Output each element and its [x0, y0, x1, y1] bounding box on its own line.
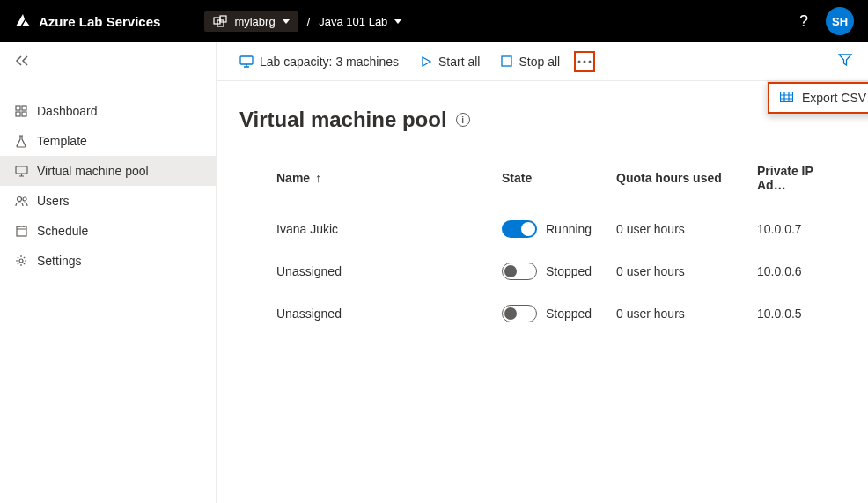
- filter-icon: [838, 53, 852, 67]
- lab-capacity-button[interactable]: Lab capacity: 3 machines: [232, 51, 406, 72]
- svg-rect-6: [22, 112, 26, 116]
- svg-rect-12: [240, 56, 253, 64]
- svg-rect-10: [17, 226, 26, 236]
- avatar-initials: SH: [832, 15, 848, 28]
- brand-logo[interactable]: Azure Lab Services: [14, 12, 160, 30]
- table-row: UnassignedStopped0 user hours10.0.0.6: [239, 250, 845, 292]
- breadcrumb-separator: /: [307, 15, 311, 28]
- content-area: Virtual machine pool i Name ↑ State Quot…: [217, 81, 868, 361]
- resource-group-icon: [213, 15, 227, 27]
- azure-icon: [14, 12, 32, 30]
- stop-all-label: Stop all: [519, 55, 560, 69]
- flask-icon: [14, 135, 28, 148]
- cell-state: Stopped: [495, 292, 609, 335]
- users-icon: [14, 196, 28, 207]
- sidebar-item-label: Template: [37, 134, 87, 148]
- sort-asc-icon: ↑: [315, 171, 321, 185]
- resource-group-name: mylabrg: [234, 15, 275, 28]
- cell-name: Unassigned: [239, 250, 495, 292]
- avatar[interactable]: SH: [826, 7, 854, 35]
- sidebar-item-label: Users: [37, 194, 70, 208]
- stop-icon: [501, 55, 512, 67]
- gear-icon: [14, 255, 28, 267]
- ellipsis-icon: [577, 60, 592, 63]
- more-actions-button[interactable]: [574, 51, 595, 72]
- svg-rect-5: [16, 112, 20, 116]
- resource-group-selector[interactable]: mylabrg: [204, 11, 298, 32]
- nav-list: DashboardTemplateVirtual machine poolUse…: [0, 96, 216, 276]
- stop-all-button[interactable]: Stop all: [494, 51, 567, 72]
- vm-table: Name ↑ State Quota hours used Private IP…: [239, 155, 845, 335]
- info-icon[interactable]: i: [456, 113, 470, 127]
- help-button[interactable]: ?: [799, 12, 808, 31]
- cell-quota: 0 user hours: [609, 250, 750, 292]
- table-icon: [780, 91, 793, 105]
- sidebar-item-label: Dashboard: [37, 104, 98, 118]
- cell-ip: 10.0.0.5: [750, 292, 845, 335]
- svg-point-14: [578, 60, 581, 63]
- sidebar-item-label: Settings: [37, 254, 82, 268]
- col-ip[interactable]: Private IP Ad…: [750, 155, 845, 208]
- sidebar-item-virtual-machine-pool[interactable]: Virtual machine pool: [0, 156, 216, 186]
- cell-quota: 0 user hours: [609, 208, 750, 250]
- vm-toggle[interactable]: [502, 263, 537, 280]
- chevron-down-icon: [283, 19, 290, 24]
- play-icon: [420, 55, 432, 68]
- start-all-button[interactable]: Start all: [413, 51, 487, 72]
- col-state[interactable]: State: [495, 155, 609, 208]
- lab-selector[interactable]: Java 101 Lab: [319, 15, 401, 28]
- export-csv-item[interactable]: Export CSV: [768, 82, 868, 114]
- col-quota-label: Quota hours used: [616, 171, 722, 185]
- sidebar: DashboardTemplateVirtual machine poolUse…: [0, 42, 217, 503]
- page-title-text: Virtual machine pool: [239, 107, 447, 132]
- top-bar: Azure Lab Services mylabrg / Java 101 La…: [0, 0, 868, 42]
- vm-toggle[interactable]: [502, 220, 537, 238]
- sidebar-item-label: Schedule: [37, 224, 88, 238]
- screen-icon: [14, 166, 28, 177]
- svg-point-16: [589, 60, 592, 63]
- export-csv-label: Export CSV: [802, 91, 866, 105]
- svg-rect-7: [16, 166, 27, 174]
- col-name[interactable]: Name ↑: [239, 155, 495, 208]
- lab-capacity-label: Lab capacity: 3 machines: [260, 55, 399, 69]
- sidebar-collapse-button[interactable]: [0, 48, 216, 82]
- table-row: Ivana JukicRunning0 user hours10.0.0.7: [239, 208, 845, 250]
- page-title: Virtual machine pool i: [239, 107, 845, 132]
- svg-rect-3: [16, 106, 20, 110]
- col-state-label: State: [502, 171, 532, 185]
- cell-name: Ivana Jukic: [239, 208, 495, 250]
- svg-point-8: [17, 196, 21, 201]
- svg-rect-17: [781, 92, 793, 102]
- lab-name: Java 101 Lab: [319, 15, 387, 28]
- cell-name: Unassigned: [239, 292, 495, 335]
- svg-rect-13: [502, 56, 511, 66]
- screen-icon: [239, 55, 254, 68]
- double-chevron-left-icon: [14, 55, 30, 67]
- brand-text: Azure Lab Services: [39, 14, 160, 29]
- calendar-icon: [14, 225, 28, 237]
- state-label: Stopped: [546, 264, 592, 278]
- sidebar-item-label: Virtual machine pool: [37, 164, 149, 178]
- chevron-down-icon: [394, 19, 401, 24]
- col-ip-label: Private IP Ad…: [757, 164, 813, 192]
- sidebar-item-settings[interactable]: Settings: [0, 246, 216, 276]
- more-actions-dropdown: Export CSV: [767, 81, 868, 115]
- start-all-label: Start all: [438, 55, 480, 69]
- sidebar-item-template[interactable]: Template: [0, 126, 216, 156]
- svg-rect-4: [22, 106, 26, 110]
- breadcrumb: mylabrg / Java 101 Lab: [204, 11, 401, 32]
- sidebar-item-users[interactable]: Users: [0, 186, 216, 216]
- vm-toggle[interactable]: [502, 305, 537, 322]
- state-label: Stopped: [546, 307, 592, 321]
- svg-point-15: [584, 60, 586, 63]
- filter-button[interactable]: [838, 53, 852, 70]
- dashboard-icon: [14, 105, 28, 117]
- cell-state: Stopped: [495, 250, 609, 292]
- sidebar-item-schedule[interactable]: Schedule: [0, 216, 216, 246]
- cell-state: Running: [495, 208, 609, 250]
- col-quota[interactable]: Quota hours used: [609, 155, 750, 208]
- table-row: UnassignedStopped0 user hours10.0.0.5: [239, 292, 845, 335]
- toolbar: Lab capacity: 3 machines Start all Stop …: [217, 42, 868, 81]
- sidebar-item-dashboard[interactable]: Dashboard: [0, 96, 216, 126]
- svg-point-11: [19, 259, 23, 263]
